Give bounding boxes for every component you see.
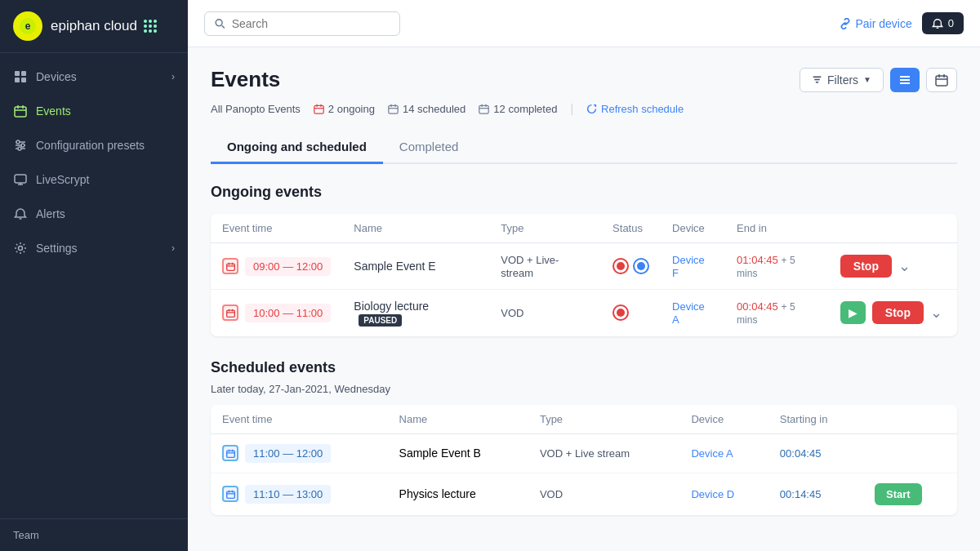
sidebar-alerts-label: Alerts xyxy=(36,207,175,220)
recording-icon xyxy=(612,258,629,274)
sidebar-item-alerts[interactable]: Alerts xyxy=(0,197,188,231)
sidebar-item-settings[interactable]: Settings › xyxy=(0,231,188,265)
main-area: Pair device 0 Events Filters ▼ xyxy=(188,0,980,551)
ongoing-count: 2 ongoing xyxy=(314,103,375,115)
sidebar-item-configuration[interactable]: Configuration presets xyxy=(0,128,188,162)
event-endin-cell-2: 00:04:45 + 5 mins xyxy=(725,290,829,336)
search-box[interactable] xyxy=(204,11,400,36)
bell-icon xyxy=(13,207,28,221)
svg-line-22 xyxy=(222,25,225,28)
col-end-in: End in xyxy=(725,214,829,243)
sched-starting-cell: 00:04:45 xyxy=(768,434,863,473)
sched-device-link-2[interactable]: Device D xyxy=(691,488,734,500)
sidebar-livescrypt-label: LiveScrypt xyxy=(36,173,175,186)
bell-notif-icon xyxy=(932,18,943,29)
recording-icon-2 xyxy=(612,304,629,321)
sidebar-events-label: Events xyxy=(36,104,175,118)
svg-point-13 xyxy=(16,140,20,144)
header-actions: Filters ▼ xyxy=(800,68,957,92)
list-view-button[interactable] xyxy=(890,68,920,92)
table-row: 09:00 — 12:00 Sample Event E VOD + Live-… xyxy=(211,243,957,290)
chevron-right-icon: › xyxy=(172,71,175,82)
svg-rect-34 xyxy=(314,105,323,113)
scheduled-section-title: Scheduled events xyxy=(211,359,957,376)
scheduled-icon xyxy=(388,104,399,114)
device-link-2[interactable]: Device A xyxy=(672,300,705,326)
svg-rect-46 xyxy=(226,264,234,270)
event-type-cell: VOD + Live-stream xyxy=(489,243,601,290)
event-device-cell-2: Device A xyxy=(661,290,725,336)
logo-text: epiphan cloud xyxy=(51,18,157,34)
calendar-view-button[interactable] xyxy=(926,68,957,92)
event-status-cell-2 xyxy=(601,290,661,336)
expand-button-2[interactable]: ⌄ xyxy=(927,302,946,323)
search-input[interactable] xyxy=(232,17,390,30)
completed-count: 12 completed xyxy=(479,103,557,115)
tab-completed[interactable]: Completed xyxy=(383,131,475,164)
stop-button-2[interactable]: Stop xyxy=(872,301,924,324)
col-type: Type xyxy=(489,214,601,243)
link-icon xyxy=(840,18,851,29)
sidebar-item-livescrypt[interactable]: LiveScrypt xyxy=(0,162,188,197)
event-status-cell xyxy=(601,243,661,290)
svg-rect-38 xyxy=(389,105,398,113)
sidebar-item-events[interactable]: Events xyxy=(0,94,188,128)
event-tabs: Ongoing and scheduled Completed xyxy=(211,131,957,164)
svg-rect-16 xyxy=(15,175,26,183)
filter-icon xyxy=(812,74,822,85)
sched-time-cell-2: 11:10 — 13:00 xyxy=(211,473,388,515)
sched-actions-cell xyxy=(863,434,957,473)
page-header: Events Filters ▼ xyxy=(211,67,957,92)
col-sched-time: Event time xyxy=(211,405,388,434)
sidebar-nav: Devices › Events Configuration presets L… xyxy=(0,53,188,518)
ongoing-events-table: Event time Name Type Status Device End i… xyxy=(211,214,957,336)
device-link[interactable]: Device F xyxy=(672,254,705,279)
notification-button[interactable]: 0 xyxy=(922,12,964,34)
col-sched-name: Name xyxy=(388,405,528,434)
col-actions xyxy=(829,214,957,243)
sched-device-link[interactable]: Device A xyxy=(691,447,733,460)
logo-dots xyxy=(144,20,157,33)
sched-time-cell: 11:00 — 12:00 xyxy=(211,434,388,473)
calendar-view-icon xyxy=(935,73,948,87)
event-name-cell: Sample Event E xyxy=(342,243,489,290)
col-device: Device xyxy=(661,214,725,243)
content-area: Events Filters ▼ All Panopto Events xyxy=(188,47,980,551)
time-range-2: 10:00 — 11:00 xyxy=(245,304,331,322)
refresh-icon xyxy=(586,104,597,114)
sidebar-item-devices[interactable]: Devices › xyxy=(0,60,188,94)
list-icon xyxy=(898,73,911,87)
table-row: 10:00 — 11:00 Biology lecture PAUSED VOD xyxy=(211,290,957,336)
svg-text:e: e xyxy=(25,20,31,32)
sidebar-settings-label: Settings xyxy=(36,242,163,255)
pair-device-button[interactable]: Pair device xyxy=(840,17,912,30)
event-actions-cell: Stop ⌄ xyxy=(829,243,957,290)
sched-starting-cell-2: 00:14:45 xyxy=(768,473,863,515)
svg-rect-2 xyxy=(15,71,20,76)
svg-point-20 xyxy=(19,247,23,251)
event-time-cell: 09:00 — 12:00 xyxy=(211,243,342,290)
event-actions-cell-2: ▶ Stop ⌄ xyxy=(829,290,957,336)
calendar-icon xyxy=(13,104,28,118)
expand-button[interactable]: ⌄ xyxy=(895,256,914,277)
sched-time-range-2: 11:10 — 13:00 xyxy=(245,485,331,504)
tab-ongoing[interactable]: Ongoing and scheduled xyxy=(211,131,383,164)
start-button[interactable]: Start xyxy=(875,483,922,505)
sidebar-devices-label: Devices xyxy=(36,70,163,83)
refresh-schedule-button[interactable]: Refresh schedule xyxy=(586,103,684,115)
col-event-time: Event time xyxy=(211,214,342,243)
topbar: Pair device 0 xyxy=(188,0,980,47)
sched-type-cell-2: VOD xyxy=(528,473,680,515)
sched-name-cell-2: Physics lecture xyxy=(388,473,528,515)
search-icon xyxy=(215,18,225,29)
filter-button[interactable]: Filters ▼ xyxy=(800,68,884,92)
stop-button[interactable]: Stop xyxy=(840,255,892,278)
play-button[interactable]: ▶ xyxy=(840,301,866,324)
date-label: Later today, 27-Jan-2021, Wednesday xyxy=(211,383,957,395)
topbar-right: Pair device 0 xyxy=(840,12,964,34)
filter-chevron-icon: ▼ xyxy=(863,75,871,84)
svg-rect-3 xyxy=(21,71,26,76)
calendar-blue-icon xyxy=(222,445,238,461)
svg-rect-58 xyxy=(226,491,234,498)
event-time-cell: 10:00 — 11:00 xyxy=(211,290,342,336)
